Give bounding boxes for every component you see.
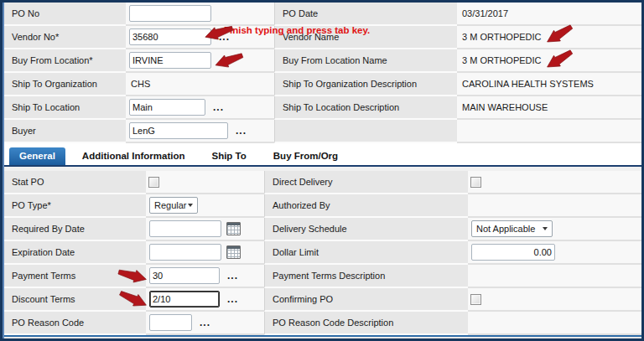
expiration-date-label: Expiration Date: [12, 247, 75, 257]
ship-to-organization-description-label-cell: Ship To Organization Description: [274, 73, 457, 96]
po-type-label-cell: PO Type*: [4, 194, 146, 218]
po-type-value-cell: Regular: [146, 194, 264, 218]
ship-to-organization-value: CHS: [128, 79, 150, 89]
buy-from-location-input[interactable]: [129, 52, 211, 69]
stat-po-label: Stat PO: [12, 177, 44, 187]
confirming-po-label: Confirming PO: [273, 294, 333, 304]
required-by-date-label-cell: Required By Date: [4, 218, 146, 241]
ship-to-location-lookup-button[interactable]: ...: [213, 103, 224, 111]
dollar-limit-label: Dollar Limit: [273, 247, 319, 257]
po-reason-code-input[interactable]: [149, 314, 192, 331]
tab-additional-information[interactable]: Additional Information: [72, 147, 195, 165]
authorized-by-value-cell: [468, 194, 641, 218]
po-date-label-cell: PO Date: [274, 3, 457, 26]
vendor-no-input[interactable]: [129, 28, 211, 45]
po-reason-code-label-cell: PO Reason Code: [4, 312, 146, 335]
ship-to-location-description-label-cell: Ship To Location Description: [274, 96, 457, 120]
buyer-input[interactable]: [129, 122, 228, 139]
po-reason-code-lookup-button[interactable]: ...: [200, 318, 210, 327]
po-header-section: PO NoPO Date03/31/2017Vendor No*...Vendo…: [4, 3, 641, 143]
payment-terms-description-label-cell: Payment Terms Description: [264, 265, 468, 288]
buy-from-location-label-cell: Buy From Location*: [4, 49, 126, 73]
vendor-name-value-cell: 3 M ORTHOPEDIC: [457, 26, 641, 49]
payment-terms-label: Payment Terms: [12, 271, 75, 281]
required-by-date-input[interactable]: [149, 220, 221, 237]
ship-to-location-label: Ship To Location: [12, 102, 80, 112]
bottom-divider-line: [4, 335, 641, 337]
ship-to-location-input[interactable]: [129, 99, 205, 116]
confirming-po-label-cell: Confirming PO: [264, 288, 468, 312]
header-blank-label-cell: [274, 120, 457, 143]
dropdown-arrow-icon: [188, 204, 193, 207]
ship-to-organization-description-label: Ship To Organization Description: [283, 79, 417, 89]
payment-terms-input[interactable]: [149, 267, 220, 284]
delivery-schedule-select[interactable]: Not Applicable: [471, 220, 553, 237]
direct-delivery-checkbox[interactable]: [470, 177, 481, 188]
confirming-po-checkbox[interactable]: [470, 294, 481, 305]
po-date-value-cell: 03/31/2017: [457, 3, 641, 26]
delivery-schedule-label: Delivery Schedule: [273, 224, 347, 234]
po-no-input[interactable]: [129, 5, 211, 22]
confirming-po-value-cell: [468, 288, 641, 312]
dollar-limit-value-cell: [468, 241, 641, 265]
buyer-lookup-button[interactable]: ...: [236, 127, 247, 135]
payment-terms-value-cell: ...: [146, 265, 264, 288]
ship-to-organization-description-value-cell: CAROLINA HEALTH SYSTEMS: [457, 73, 641, 96]
ship-to-organization-label: Ship To Organization: [12, 79, 97, 89]
delivery-schedule-select-value: Not Applicable: [476, 224, 535, 234]
ship-to-location-value-cell: ...: [126, 96, 274, 120]
ship-to-location-label-cell: Ship To Location: [4, 96, 126, 120]
annotation-note: Finish typing and press tab key.: [224, 25, 370, 35]
po-type-label: PO Type*: [12, 200, 51, 210]
discount-terms-lookup-button[interactable]: ...: [227, 295, 238, 303]
delivery-schedule-label-cell: Delivery Schedule: [264, 218, 468, 241]
buy-from-location-label: Buy From Location*: [12, 55, 93, 65]
po-no-label-cell: PO No: [4, 3, 126, 26]
required-by-date-label: Required By Date: [12, 224, 85, 234]
buy-from-location-name-value-cell: 3 M ORTHOPEDIC: [457, 49, 641, 73]
po-date-label: PO Date: [283, 8, 318, 18]
tab-bar: GeneralAdditional InformationShip ToBuy …: [4, 143, 641, 171]
expiration-date-input[interactable]: [149, 244, 221, 261]
po-date-value: 03/31/2017: [460, 8, 508, 18]
payment-terms-lookup-button[interactable]: ...: [227, 271, 238, 280]
general-tab-section: Stat PODirect DeliveryPO Type*RegularAut…: [4, 171, 641, 335]
ship-to-location-description-label: Ship To Location Description: [283, 102, 399, 112]
vendor-no-label-cell: Vendor No*: [4, 26, 126, 49]
expiration-date-value-cell: [146, 241, 264, 265]
po-type-select-value: Regular: [154, 200, 187, 210]
po-type-select[interactable]: Regular: [149, 197, 198, 214]
tab-ship-to[interactable]: Ship To: [201, 147, 256, 165]
discount-terms-label: Discount Terms: [12, 294, 75, 304]
buyer-value-cell: ...: [126, 120, 274, 143]
po-reason-code-value-cell: ...: [146, 312, 264, 335]
direct-delivery-value-cell: [468, 171, 641, 194]
authorized-by-label-cell: Authorized By: [264, 194, 468, 218]
tab-buy-from-org[interactable]: Buy From/Org: [263, 147, 348, 165]
tab-strip: GeneralAdditional InformationShip ToBuy …: [4, 143, 641, 165]
ship-to-location-description-value-cell: MAIN WAREHOUSE: [457, 96, 641, 120]
stat-po-label-cell: Stat PO: [4, 171, 146, 194]
po-no-value-cell: [126, 3, 274, 26]
ship-to-organization-value-cell: CHS: [126, 73, 274, 96]
expiration-date-calendar-icon[interactable]: [226, 245, 241, 259]
po-reason-code-description-label-cell: PO Reason Code Description: [264, 312, 468, 335]
stat-po-checkbox[interactable]: [148, 177, 159, 188]
vendor-name-value: 3 M ORTHOPEDIC: [460, 32, 542, 42]
dropdown-arrow-icon: [543, 227, 548, 230]
buyer-label-cell: Buyer: [4, 120, 126, 143]
po-entry-form: PO NoPO Date03/31/2017Vendor No*...Vendo…: [0, 0, 644, 341]
expiration-date-label-cell: Expiration Date: [4, 241, 146, 265]
payment-terms-label-cell: Payment Terms: [4, 265, 146, 288]
authorized-by-label: Authorized By: [273, 200, 330, 210]
header-blank-value-cell: [457, 120, 641, 143]
required-by-date-calendar-icon[interactable]: [226, 222, 241, 235]
stat-po-value-cell: [146, 171, 264, 194]
po-reason-code-label: PO Reason Code: [12, 318, 84, 328]
dollar-limit-input[interactable]: [471, 244, 555, 261]
payment-terms-description-label: Payment Terms Description: [273, 271, 385, 281]
discount-terms-input[interactable]: [149, 291, 220, 307]
dollar-limit-label-cell: Dollar Limit: [264, 241, 468, 265]
buy-from-location-lookup-button[interactable]: ...: [219, 56, 230, 65]
tab-general[interactable]: General: [9, 147, 65, 165]
